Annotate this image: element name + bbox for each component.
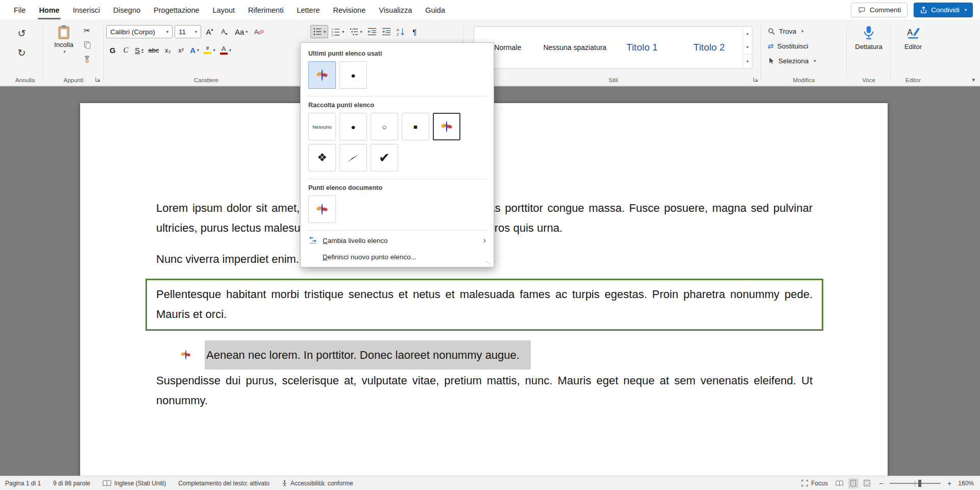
text-effects-button[interactable]: A▾ [188,43,201,57]
group-appunti: Incolla ▾ ✂ Appunti [45,20,102,86]
styles-gallery-down-button[interactable]: ▾ [743,40,752,54]
show-paragraph-marks-button[interactable]: ¶ [408,25,421,38]
clear-formatting-button[interactable]: A [252,25,266,38]
underline-button[interactable]: S▾ [133,43,145,57]
multilevel-list-button[interactable]: ▾ [348,25,364,38]
appunti-dialog-launcher[interactable] [95,77,101,82]
zoom-level-button[interactable]: 160% [958,480,974,487]
text-completion-status[interactable]: Completamento del testo: attivato [178,480,270,487]
tab-visualizza[interactable]: Visualizza [372,0,419,20]
style-titolo-1[interactable]: Titolo 1 [608,27,676,68]
tab-inserisci[interactable]: Inserisci [66,0,107,20]
zoom-out-button[interactable]: − [879,479,883,487]
font-color-swatch [220,53,228,55]
bullet-option-custom-recent[interactable] [308,61,336,89]
decrease-indent-button[interactable] [365,25,379,38]
collapse-ribbon-button[interactable]: ▾ [972,77,975,83]
proofing-status[interactable]: Inglese (Stati Uniti) [103,480,166,487]
editor-button[interactable]: A Editor [892,26,934,51]
bold-button[interactable]: G [106,43,119,57]
bullet-option-four-diamonds[interactable]: ❖ [308,144,336,172]
format-painter-button[interactable] [81,53,93,65]
bullet-option-filled-circle[interactable]: ● [339,113,367,140]
document-bullets-header: Punti elenco documento [301,180,494,195]
accessibility-status[interactable]: Accessibilità: conforme [282,480,353,487]
bullet-option-filled-square[interactable]: ■ [402,113,429,140]
comments-button[interactable]: Commenti [851,3,908,17]
increase-indent-button[interactable] [380,25,393,38]
focus-mode-button[interactable]: Focus [801,480,828,487]
bullet-option-custom-current[interactable] [433,113,460,140]
comments-label: Commenti [870,6,901,14]
highlight-color-button[interactable]: ▾ [202,43,217,57]
tab-guida[interactable]: Guida [419,0,452,20]
subscript-button[interactable]: x₂ [161,43,174,57]
sort-button[interactable]: AZ [394,25,407,38]
stili-dialog-launcher[interactable] [753,77,758,82]
zoom-slider[interactable] [890,483,941,484]
undo-button[interactable]: ↺ [15,27,28,40]
bullet-option-filled-circle-recent[interactable]: ● [339,61,367,89]
shrink-font-button[interactable]: A▾ [218,25,231,38]
superscript-button[interactable]: x² [175,43,187,57]
grow-font-button[interactable]: A▴ [203,25,216,38]
page-count-status[interactable]: Pagina 1 di 1 [5,480,41,487]
change-list-level-item[interactable]: Cambia livello elenco › [301,232,494,249]
resize-grip[interactable]: ⋱ [486,260,492,267]
cut-button[interactable]: ✂ [81,24,93,37]
font-size-combobox[interactable]: 11 ▾ [175,25,201,38]
chevron-right-icon: › [483,236,486,244]
find-button[interactable]: Trova ▾ [768,24,816,38]
ribbon-tabs: File Home Inserisci Disegno Progettazion… [7,0,452,20]
bullet-option-custom-document[interactable] [308,195,336,223]
tab-home[interactable]: Home [32,0,66,20]
select-button[interactable]: Seleziona ▾ [768,54,816,67]
tab-lettere[interactable]: Lettere [290,0,326,20]
styles-gallery-up-button[interactable]: ▴ [743,27,752,40]
read-mode-button[interactable] [835,478,845,488]
replace-label: Sostituisci [777,42,808,50]
bullets-button[interactable]: ▾ [310,25,328,38]
tab-file[interactable]: File [7,0,32,20]
bulleted-list-item[interactable]: Aenean nec lorem. In porttitor. Donec la… [180,340,531,370]
italic-button[interactable]: C [119,43,132,57]
bullet-option-hollow-circle[interactable]: ○ [371,113,398,140]
copy-button[interactable] [81,39,93,51]
styles-gallery-more-button[interactable]: ▾ [743,54,752,68]
zoom-slider-thumb[interactable] [918,480,921,487]
numbering-button[interactable]: 123 ▾ [329,25,346,38]
tab-revisione[interactable]: Revisione [327,0,373,20]
zoom-in-button[interactable]: + [947,479,951,487]
shrink-font-glyph: A [221,28,225,35]
tab-disegno[interactable]: Disegno [107,0,147,20]
word-count-status[interactable]: 9 di 86 parole [53,480,90,487]
style-titolo-2[interactable]: Titolo 2 [676,27,743,68]
selected-bullet-text: Aenean nec lorem. In porttitor. Donec la… [205,340,531,370]
change-case-button[interactable]: Aa▾ [233,25,250,38]
change-level-label: Cambia livello elenco [323,237,388,244]
share-button[interactable]: Condividi ▾ [914,3,973,17]
chevron-up-icon: ▴ [211,27,213,32]
paste-button[interactable]: Incolla ▾ [49,24,79,54]
tab-layout[interactable]: Layout [206,0,242,20]
replace-button[interactable]: ⇄ Sostituisci [768,39,816,53]
font-color-button[interactable]: A ▾ [218,43,233,57]
tab-riferimenti[interactable]: Riferimenti [241,0,290,20]
font-name-combobox[interactable]: Calibri (Corpo) ▾ [106,25,173,38]
bullet-option-none[interactable]: Nessuno [308,113,336,140]
bullet-option-checkmark[interactable]: ✔ [371,144,398,172]
paragraph-suspendisse[interactable]: Suspendisse dui purus, scelerisque at, v… [156,371,813,410]
green-bordered-paragraph[interactable]: Pellentesque habitant morbi tristique se… [145,279,823,331]
focus-frame-icon [801,480,808,486]
define-new-bullet-item[interactable]: Definisci nuovo punto elenco... [301,249,494,265]
chevron-down-icon: ▾ [226,32,228,36]
subscript-glyph: x₂ [165,46,171,54]
dictate-button[interactable]: Dettatura [848,26,889,51]
redo-button[interactable]: ↻ [15,46,28,59]
bullet-option-arrow[interactable] [339,144,367,172]
tab-progettazione[interactable]: Progettazione [147,0,206,20]
print-layout-button[interactable] [848,478,859,488]
style-nessuna-spaziatura[interactable]: Nessuna spaziatura [542,27,609,68]
strikethrough-button[interactable]: abc [146,43,161,57]
web-layout-button[interactable] [862,478,872,488]
